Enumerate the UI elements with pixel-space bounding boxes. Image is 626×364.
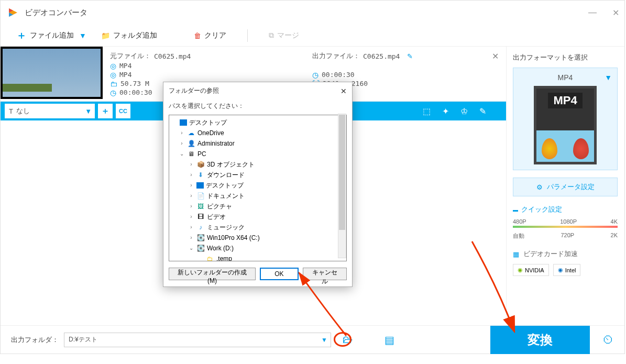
folder-add-icon: 📁 (101, 31, 110, 40)
add-subtitle-button[interactable]: ＋ (98, 104, 113, 118)
tree-item-desktop[interactable]: デスクトップ (169, 117, 346, 128)
dialog-subtitle: パスを選択してください： (163, 100, 352, 115)
subtitle-value: なし (16, 106, 30, 116)
cancel-button[interactable]: キャンセル (303, 268, 347, 280)
video-thumbnail[interactable] (1, 47, 103, 99)
convert-button[interactable]: 変換 (490, 326, 590, 354)
trash-icon: 🗑 (194, 31, 201, 40)
tree-item-desktop2[interactable]: ›デスクトップ (169, 180, 346, 191)
new-folder-button[interactable]: 新しいフォルダーの作成(M) (169, 268, 256, 280)
edit-output-name-icon[interactable]: ✎ (407, 52, 413, 60)
format-section-title: 出力フォーマットを選択 (513, 53, 618, 62)
format-icon: ◎ (110, 71, 116, 79)
parameter-settings-button[interactable]: ⚙ パラメータ設定 (513, 178, 618, 196)
chevron-down-icon[interactable]: ▼ (79, 31, 86, 40)
format-preview-icon: MP4 (534, 86, 597, 164)
output-file: 出力ファイル： C0625.mp4 ✎ ✕ (312, 51, 499, 61)
merge-icon: ⧉ (269, 31, 274, 40)
divider (247, 29, 248, 42)
gpu-accel-row: ▦ ビデオカード加速 (513, 249, 618, 259)
right-panel: 出力フォーマットを選択 MP4▼ MP4 ⚙ パラメータ設定 クイック設定 48… (506, 47, 624, 324)
format-name: MP4 (558, 73, 573, 82)
tree-item-downloads[interactable]: ›⬇ダウンロード (169, 170, 346, 180)
intel-icon: ◉ (558, 267, 563, 273)
format-selector[interactable]: MP4▼ MP4 (513, 68, 618, 170)
toolbar: ＋ ファイル追加 ▼ 📁 フォルダ追加 🗑 クリア ⧉ マージ (1, 25, 624, 47)
minimize-icon[interactable]: — (588, 8, 597, 18)
crop-icon[interactable]: ⬚ (423, 106, 431, 116)
clock-icon: ◷ (110, 89, 116, 97)
merge-label: マージ (277, 31, 299, 40)
clock-icon: ◷ (312, 71, 319, 79)
edit-icon[interactable]: ✎ (479, 106, 486, 116)
folder-icon: 🗀 (110, 80, 117, 88)
watermark-icon[interactable]: ♔ (460, 106, 468, 116)
tree-item-admin[interactable]: ›👤Administrator (169, 138, 346, 149)
output-path-value: D:¥テスト (69, 335, 97, 344)
clear-button[interactable]: 🗑 クリア (189, 28, 232, 43)
chip-icon: ▦ (513, 250, 519, 258)
tree-item-documents[interactable]: ›📄ドキュメント (169, 191, 346, 201)
resolution-slider[interactable] (513, 226, 618, 228)
folder-tree[interactable]: デスクトップ ›☁OneDrive ›👤Administrator ⌄🖥PC ›… (169, 115, 347, 261)
effect-icon[interactable]: ✦ (442, 106, 449, 116)
app-logo-icon (7, 6, 19, 19)
browse-icon[interactable]: ▤ (385, 334, 394, 346)
plus-icon: ＋ (16, 28, 27, 42)
ok-button[interactable]: OK (260, 268, 298, 280)
tree-item-cdrive[interactable]: ›💽Win10Pro X64 (C:) (169, 233, 346, 243)
nvidia-badge[interactable]: ◉NVIDIA (513, 264, 549, 276)
tree-item-temp[interactable]: 🗀.temp (169, 253, 346, 261)
output-folder-label: 出力フォルダ： (11, 335, 59, 345)
tree-item-music[interactable]: ›♪ミュージック (169, 222, 346, 233)
text-icon: T (9, 107, 13, 115)
quick-settings-title: クイック設定 (513, 205, 618, 214)
dialog-close-icon[interactable]: ✕ (341, 87, 347, 95)
tree-item-onedrive[interactable]: ›☁OneDrive (169, 128, 346, 138)
annotation-oval (334, 332, 352, 347)
remove-file-icon[interactable]: ✕ (492, 51, 499, 61)
tree-item-pictures[interactable]: ›🖼ピクチャ (169, 201, 346, 212)
clear-label: クリア (204, 31, 226, 40)
tree-item-3dobjects[interactable]: ›📦3D オブジェクト (169, 159, 346, 170)
merge-button[interactable]: ⧉ マージ (263, 28, 304, 43)
schedule-icon[interactable]: ⏲ (602, 333, 614, 347)
subtitle-select[interactable]: T なし ▼ (5, 104, 95, 118)
source-file: 元ファイル： C0625.mp4 (110, 51, 296, 61)
sliders-icon: ⚙ (536, 183, 543, 191)
chevron-down-icon[interactable]: ▼ (321, 336, 327, 344)
output-folder-input[interactable]: D:¥テスト ▼ (64, 333, 331, 347)
add-file-button[interactable]: ＋ ファイル追加 ▼ (11, 25, 92, 46)
folder-browse-dialog: フォルダーの参照 ✕ パスを選択してください： デスクトップ ›☁OneDriv… (163, 82, 353, 287)
tree-item-videos[interactable]: ›🎞ビデオ (169, 212, 346, 222)
dialog-title: フォルダーの参照 (169, 86, 219, 95)
app-window: ビデオコンバータ — ✕ ＋ ファイル追加 ▼ 📁 フォルダ追加 🗑 クリア ⧉… (0, 0, 625, 354)
cc-button[interactable]: CC (116, 104, 130, 118)
tree-scrollbar[interactable] (338, 114, 346, 258)
chevron-down-icon[interactable]: ▼ (605, 73, 612, 82)
tree-item-pc[interactable]: ⌄🖥PC (169, 149, 346, 159)
chevron-down-icon[interactable]: ▼ (85, 107, 92, 115)
nvidia-icon: ◉ (518, 267, 523, 273)
app-title: ビデオコンバータ (25, 8, 87, 18)
add-folder-button[interactable]: 📁 フォルダ追加 (96, 28, 162, 43)
add-file-label: ファイル追加 (30, 31, 74, 40)
titlebar: ビデオコンバータ — ✕ (1, 1, 624, 25)
format-icon: ◎ (110, 62, 116, 70)
add-folder-label: フォルダ追加 (113, 31, 157, 40)
close-icon[interactable]: ✕ (612, 8, 619, 18)
tree-item-ddrive[interactable]: ⌄💽Work (D:) (169, 243, 346, 253)
intel-badge[interactable]: ◉Intel (553, 264, 581, 276)
bottom-bar: 出力フォルダ： D:¥テスト ▼ 🗁 ▤ 変換 ⏲ (1, 325, 624, 354)
